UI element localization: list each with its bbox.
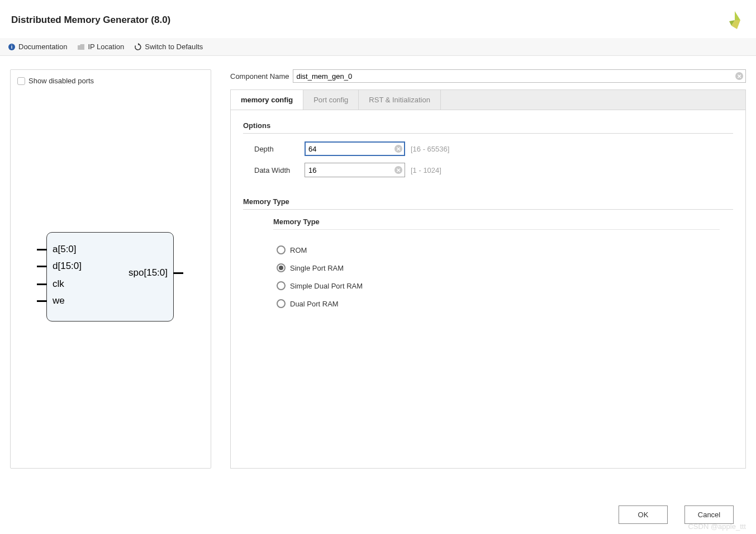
config-panel: Component Name ✕ memory config Port conf… — [230, 69, 746, 469]
radio-dual-port-ram[interactable]: Dual Port RAM — [277, 299, 733, 308]
tab-memory-config[interactable]: memory config — [231, 90, 303, 110]
documentation-label: Documentation — [18, 42, 67, 51]
component-name-label: Component Name — [230, 72, 289, 81]
port-in-d: d[15:0] — [37, 261, 82, 272]
switch-defaults-link[interactable]: Switch to Defaults — [134, 42, 203, 51]
radio-single-port-ram-label: Single Port RAM — [290, 264, 344, 272]
radio-rom-label: ROM — [290, 246, 307, 254]
options-header: Options — [243, 121, 733, 134]
depth-input[interactable] — [305, 141, 405, 156]
data-width-hint: [1 - 1024] — [411, 166, 441, 174]
radio-icon — [277, 299, 286, 308]
clear-icon[interactable]: ✕ — [394, 166, 402, 174]
depth-label: Depth — [254, 145, 299, 153]
depth-hint: [16 - 65536] — [411, 145, 449, 153]
port-in-we: we — [37, 295, 65, 306]
tab-strip: memory config Port config RST & Initiali… — [230, 89, 746, 110]
refresh-icon — [134, 43, 142, 51]
page-title: Distributed Memory Generator (8.0) — [11, 15, 170, 26]
radio-icon — [277, 263, 286, 272]
component-name-input[interactable] — [293, 69, 747, 83]
clear-icon[interactable]: ✕ — [735, 72, 743, 80]
tab-port-config[interactable]: Port config — [303, 90, 359, 110]
data-width-label: Data Width — [254, 166, 299, 174]
port-out-spo: spo[15:0] — [129, 267, 183, 278]
radio-rom[interactable]: ROM — [277, 245, 733, 254]
radio-icon — [277, 245, 286, 254]
svg-text:i: i — [11, 44, 13, 50]
memory-type-radio-group: ROM Single Port RAM Simple Dual Port RAM… — [243, 238, 733, 308]
show-disabled-ports-checkbox[interactable]: Show disabled ports — [17, 77, 204, 85]
info-icon: i — [8, 43, 16, 51]
ok-button[interactable]: OK — [619, 505, 668, 524]
show-disabled-ports-label: Show disabled ports — [28, 77, 94, 85]
documentation-link[interactable]: i Documentation — [8, 42, 67, 51]
tab-rst-init[interactable]: RST & Initialization — [359, 90, 441, 110]
radio-simple-dual-port-ram[interactable]: Simple Dual Port RAM — [277, 281, 733, 290]
ip-location-link[interactable]: IP Location — [77, 42, 124, 51]
radio-single-port-ram[interactable]: Single Port RAM — [277, 263, 733, 272]
svg-marker-0 — [735, 11, 740, 20]
radio-simple-dual-port-ram-label: Simple Dual Port RAM — [290, 282, 363, 290]
ip-symbol: a[5:0] d[15:0] clk we spo[15:0] — [46, 232, 174, 322]
clear-icon[interactable]: ✕ — [394, 145, 402, 153]
radio-icon — [277, 281, 286, 290]
symbol-panel: Show disabled ports a[5:0] d[15:0] clk w… — [10, 69, 211, 469]
data-width-input[interactable] — [305, 163, 405, 177]
radio-dual-port-ram-label: Dual Port RAM — [290, 300, 339, 308]
memory-type-sub-header: Memory Type — [273, 218, 720, 230]
switch-defaults-label: Switch to Defaults — [145, 42, 203, 51]
memory-type-header: Memory Type — [243, 197, 733, 210]
vivado-logo — [725, 10, 745, 30]
folder-icon — [77, 43, 85, 51]
port-in-a: a[5:0] — [37, 244, 77, 255]
port-in-clk: clk — [37, 278, 64, 290]
cancel-button[interactable]: Cancel — [684, 505, 734, 524]
checkbox-icon — [17, 77, 25, 85]
toolbar: i Documentation IP Location Switch to De… — [0, 38, 756, 56]
ip-location-label: IP Location — [88, 42, 124, 51]
